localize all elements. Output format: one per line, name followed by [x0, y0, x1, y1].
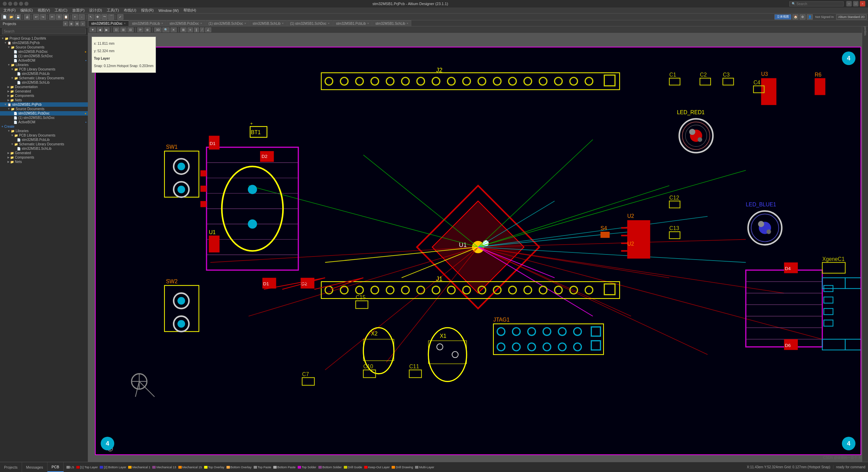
highlight-button[interactable]: 🔍	[162, 27, 170, 32]
status-tab-pcb[interactable]: PCB	[47, 462, 64, 472]
tree-schdoc2[interactable]: ▶ 📄 (1) stm32MSB1.SchDoc	[0, 116, 88, 120]
tree-docs1[interactable]: ▶ 📁 Documentation	[0, 85, 88, 89]
tree-libraries1[interactable]: ▼ 📁 Libraries	[0, 63, 88, 67]
tree-pcblib-file1[interactable]: ▶ 📄 stm32MSB.PcbLib	[0, 71, 88, 76]
angle-button[interactable]: ∠	[205, 27, 211, 32]
toolbar-print[interactable]: 🖨	[24, 14, 30, 20]
tab-schdoc1[interactable]: (1) stm32MSB.SchDoc ×	[205, 20, 249, 26]
tab-close-icon[interactable]: ×	[200, 22, 202, 25]
toolbar-route[interactable]: 〜	[101, 14, 107, 20]
create-link[interactable]: + Create	[0, 124, 88, 129]
tab-close-icon[interactable]: ×	[124, 22, 125, 25]
tree-nets2[interactable]: ▶ 📁 Nets	[0, 160, 88, 164]
tree-prjpcb2[interactable]: ▼ 📋 stm32MSB1.PrjPcb	[0, 102, 88, 107]
panel-icon-2[interactable]: ⊕	[69, 21, 74, 26]
tree-nets1[interactable]: ▶ 📁 Nets	[0, 98, 88, 102]
zoom-sel-button[interactable]: ⊞	[120, 27, 126, 32]
next-button[interactable]: ▶	[104, 27, 110, 32]
parallel-button[interactable]: ∥	[194, 27, 199, 32]
tree-prjpcb1[interactable]: ▼ 📋 stm32MSB.PrjPcb	[0, 41, 88, 45]
tree-schlib-docs2[interactable]: ▼ 📁 Schematic Library Documents	[0, 142, 88, 146]
tab-close-icon[interactable]: ×	[367, 22, 369, 25]
tab-schlib2[interactable]: stm32MSB1.SchLib ×	[372, 20, 411, 26]
toolbar-copy[interactable]: ⎘	[56, 14, 62, 20]
3d-button[interactable]: 3D	[154, 27, 162, 32]
tree-bom1[interactable]: ▶ 📄 ActiveBOM •	[0, 58, 88, 63]
toolbar-home[interactable]: 🏠	[792, 14, 798, 20]
layer-mech1[interactable]: Mechanical 1	[128, 466, 150, 469]
minimize-button[interactable]: −	[846, 1, 852, 6]
layer-top-paste[interactable]: Top Paste	[254, 466, 271, 469]
diagonal-button[interactable]: /	[200, 27, 204, 32]
panel-search-input[interactable]	[2, 28, 86, 34]
prev-button[interactable]: ◀	[97, 27, 103, 32]
menu-design[interactable]: 设计(D)	[87, 8, 104, 13]
tree-project-group[interactable]: ▼ 📁 Project Group 1.DsnWrk	[0, 36, 88, 41]
tab-close-icon[interactable]: ×	[328, 22, 330, 25]
tree-components2[interactable]: ▶ 📁 Components	[0, 155, 88, 160]
layer-drill-guide[interactable]: Drill Guide	[344, 466, 362, 469]
tree-components1[interactable]: ▶ 📁 Components	[0, 94, 88, 98]
place-button[interactable]: ⊕	[144, 27, 151, 32]
layer-top[interactable]: [1] Top Layer	[76, 466, 98, 469]
pcb-canvas-area[interactable]: x: 11.811 mm y: 52.324 mm Top Layer Snap…	[88, 33, 868, 462]
tab-close-icon[interactable]: ×	[161, 22, 163, 25]
layer-multi[interactable]: Multi-Layer	[415, 466, 434, 469]
toolbar-settings[interactable]: ⚙	[800, 14, 806, 20]
menu-edit[interactable]: 编辑(E)	[18, 8, 35, 13]
drc-run-button[interactable]: ⊠	[180, 27, 186, 32]
tab-schdoc2[interactable]: (1) stm32MSB1.SchDoc ×	[287, 20, 333, 26]
clear-button[interactable]: ✕	[171, 27, 177, 32]
layer-ls[interactable]: LS	[66, 466, 74, 469]
tab-pcbdoc2[interactable]: stm32MSB.PcbDoc ×	[166, 20, 205, 26]
menu-window[interactable]: Window (W)	[156, 8, 181, 13]
toolbar-drc[interactable]: ✓	[117, 14, 123, 20]
layer-top-overlay[interactable]: Top Overlay	[204, 466, 224, 469]
zoom-out-button[interactable]: ⊟	[127, 27, 134, 32]
tree-pcbdoc2[interactable]: ▶ 📄 stm32MSB1.PcbDoc ●	[0, 111, 88, 116]
toolbar-user[interactable]: 👤	[807, 14, 813, 20]
toolbar-redo[interactable]: ↪	[40, 14, 46, 20]
layer-bottom-solder[interactable]: Bottom Solder	[318, 466, 342, 469]
menu-place[interactable]: 放置(P)	[70, 8, 87, 13]
toolbar-paste[interactable]: 📋	[63, 14, 69, 20]
tree-source-docs1[interactable]: ▼ 📁 Source Documents	[0, 45, 88, 49]
menu-tools[interactable]: 工具(T)	[105, 8, 121, 13]
tree-pcblib-file2[interactable]: ▶ 📄 stm32MSB.PcbLib	[0, 138, 88, 142]
layer-mech15[interactable]: Mechanical 15	[178, 466, 202, 469]
layer-bottom[interactable]: [2] Bottom Layer	[100, 466, 126, 469]
tree-generated2[interactable]: ▶ 📁 Generated	[0, 151, 88, 155]
toolbar-move[interactable]: ✥	[95, 14, 101, 20]
menu-help[interactable]: 帮助(H)	[181, 8, 198, 13]
toolbar-select[interactable]: ↖	[88, 14, 94, 20]
toolbar-cut[interactable]: ✂	[49, 14, 55, 20]
search-input[interactable]	[796, 2, 837, 6]
nets-button[interactable]: ≡	[188, 27, 193, 32]
filter-button[interactable]: ▼	[90, 27, 96, 32]
menu-project[interactable]: 工程(C)	[53, 8, 69, 13]
close-button[interactable]: ×	[860, 1, 865, 6]
maximize-button[interactable]: □	[853, 1, 859, 6]
menu-view[interactable]: 视图(V)	[36, 8, 52, 13]
toolbar-save[interactable]: 💾	[15, 14, 21, 20]
tree-pcblib-docs1[interactable]: ▼ 📁 PCB Library Documents	[0, 67, 88, 71]
pcb-board[interactable]: 4 4 4 4 J2	[95, 47, 861, 455]
menu-file[interactable]: 文件(F)	[1, 8, 18, 13]
layer-top-solder[interactable]: Top Solder	[298, 466, 316, 469]
toolbar-undo[interactable]: ↩	[33, 14, 39, 20]
layer-drill-drawing[interactable]: Drill Drawing	[392, 466, 413, 469]
panel-icon-1[interactable]: ≡	[63, 21, 68, 26]
toolbar-zoom-in[interactable]: +	[72, 14, 78, 20]
toolbar-standard-2d[interactable]: Altium Standard 2D	[836, 14, 867, 20]
tree-schlib-docs1[interactable]: ▼ 📁 Schematic Library Documents	[0, 76, 88, 80]
toolbar-wire[interactable]: ⌒	[108, 14, 114, 20]
tree-libraries2[interactable]: ▼ 📁 Libraries	[0, 129, 88, 133]
tab-close-icon[interactable]: ×	[282, 22, 283, 25]
menu-reports[interactable]: 报告(R)	[139, 8, 156, 13]
tab-schlib[interactable]: stm32MSB.SchLib ×	[250, 20, 287, 26]
tree-schlib-file1[interactable]: ▶ 📄 stm32MSB.SchLib	[0, 80, 88, 85]
status-tab-messages[interactable]: Messages	[22, 462, 47, 472]
tree-source-docs2[interactable]: ▼ 📁 Source Documents	[0, 107, 88, 111]
tab-pcblib2[interactable]: stm32MSB1.PcbLib ×	[333, 20, 372, 26]
panel-icon-3[interactable]: ⚙	[75, 21, 79, 26]
